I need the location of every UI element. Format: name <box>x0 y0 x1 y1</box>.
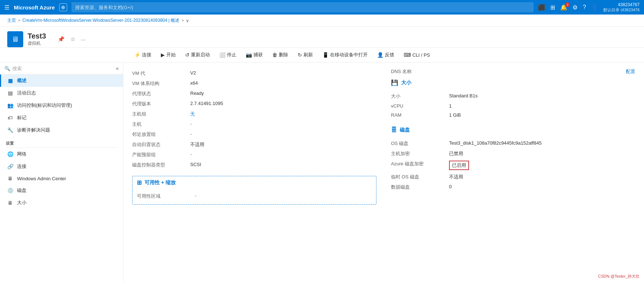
sidebar: 🔍 « ▦ 概述 ▤ 活动日志 👥 访问控制(标识和访问管理) 🏷 标记 🔧 诊… <box>0 63 123 282</box>
table-row: 临时 OS 磁盘不适用 <box>391 172 635 182</box>
resource-actions: 📌 ☆ ··· <box>58 36 86 43</box>
directory-icon[interactable]: ⊞ <box>550 4 555 11</box>
disk-title: 磁盘 <box>400 127 410 133</box>
availability-icon: ⊞ <box>137 179 142 186</box>
availability-table: 可用性区域- <box>137 191 372 201</box>
right-column: DNS 名称 配置 💾 大小 大小Standard B1svCPU1RAM1 G… <box>391 68 635 205</box>
content-grid: VM 代V2VM 体系结构x64代理状态Ready代理版本2.7.41491.1… <box>132 68 635 205</box>
row-value: SCSI <box>190 162 201 167</box>
notification-icon[interactable]: 🔔 2 <box>560 4 567 11</box>
disk-section: 🗄 磁盘 OS 磁盘Test3_disk1_108a70f82c9445fc9a… <box>391 127 635 192</box>
sidebar-item-connect[interactable]: 🔗 连接 <box>0 160 123 173</box>
delete-button[interactable]: 🗑 删除 <box>269 50 292 60</box>
azure-disk-encryption-value: 已启用 <box>449 161 469 170</box>
start-icon: ▶ <box>161 52 165 58</box>
search-icon: 🔍 <box>4 66 10 71</box>
breadcrumb-middle[interactable]: CreateVm-MicrosoftWindowsServer.WindowsS… <box>23 17 180 24</box>
connect-settings-icon: 🔗 <box>7 164 13 169</box>
row-link[interactable]: 无 <box>190 111 195 117</box>
global-search-input[interactable] <box>72 2 534 12</box>
disk-settings-icon: 💿 <box>7 188 13 193</box>
restart-icon: ↺ <box>185 52 189 58</box>
sidebar-collapse-icon[interactable]: « <box>116 65 119 71</box>
content-area: VM 代V2VM 体系结构x64代理状态Ready代理版本2.7.41491.1… <box>123 63 644 282</box>
sidebar-search-input[interactable] <box>12 66 114 71</box>
size-header: 💾 大小 <box>391 79 635 88</box>
breadcrumb-chevron: ∨ <box>186 18 189 23</box>
portal-icon[interactable]: ⊕ <box>59 3 67 11</box>
open-mobile-button[interactable]: 📱 在移动设备中打开 <box>319 50 371 60</box>
more-icon[interactable]: ··· <box>81 36 86 43</box>
help-icon[interactable]: ? <box>583 4 586 11</box>
account-info[interactable]: 438234767 默认目录 (43823476 <box>603 2 640 13</box>
breadcrumb: 主页 > CreateVm-MicrosoftWindowsServer.Win… <box>0 15 644 27</box>
row-label: Azure 磁盘加密 <box>391 159 449 172</box>
pin-icon[interactable]: 📌 <box>58 36 65 43</box>
activity-log-icon: ▤ <box>7 90 13 96</box>
table-row: 磁盘控制器类型SCSI <box>132 160 376 170</box>
sidebar-item-activity-log[interactable]: ▤ 活动日志 <box>0 87 123 99</box>
nav-icons: ⬛ ⊞ 🔔 2 ⚙ ? 👤 438234767 默认目录 (43823476 <box>538 2 640 13</box>
table-row: OS 磁盘Test3_disk1_108a70f82c9445fc9a152af… <box>391 138 635 149</box>
feedback-label: 反馈 <box>385 52 394 58</box>
resource-icon: 🖥 <box>7 31 23 47</box>
row-label: 代理状态 <box>132 89 190 99</box>
sidebar-access-label: 访问控制(标识和访问管理) <box>17 102 72 109</box>
tags-icon: 🏷 <box>7 115 13 121</box>
sidebar-activity-label: 活动日志 <box>17 90 36 96</box>
sidebar-item-windows-admin-center[interactable]: 🖥 Windows Admin Center <box>0 173 123 184</box>
size-settings-icon: 🖥 <box>7 200 13 206</box>
row-label: RAM <box>391 110 449 120</box>
row-value: 已禁用 <box>449 151 463 156</box>
access-control-icon: 👥 <box>7 102 13 108</box>
open-mobile-label: 在移动设备中打开 <box>330 52 368 58</box>
table-row: 数据磁盘0 <box>391 182 635 192</box>
resource-title-block: Test3 虚拟机 <box>28 32 46 47</box>
disk-table: OS 磁盘Test3_disk1_108a70f82c9445fc9a152af… <box>391 138 635 192</box>
table-row: 主机组无 <box>132 109 376 119</box>
dns-configure-link[interactable]: 配置 <box>626 68 635 75</box>
availability-header: ⊞ 可用性 + 缩放 <box>137 179 372 188</box>
disk-header: 🗄 磁盘 <box>391 127 635 135</box>
sidebar-connect-label: 连接 <box>17 163 27 170</box>
wac-icon: 🖥 <box>7 176 13 181</box>
row-value: 0 <box>449 184 452 189</box>
cli-icon: ⌨ <box>404 52 411 58</box>
brand-name: Microsoft Azure <box>14 4 55 11</box>
hamburger-menu[interactable]: ☰ <box>4 4 9 11</box>
start-button[interactable]: ▶ 开始 <box>157 50 179 60</box>
sidebar-item-diagnose[interactable]: 🔧 诊断并解决问题 <box>0 124 123 136</box>
sidebar-item-disk[interactable]: 💿 磁盘 <box>0 184 123 197</box>
feedback-button[interactable]: 👤 反馈 <box>374 50 398 60</box>
cloud-shell-icon[interactable]: ⬛ <box>538 4 545 11</box>
restart-button[interactable]: ↺ 重新启动 <box>182 50 213 60</box>
feedback-icon: 👤 <box>377 52 383 58</box>
breadcrumb-home[interactable]: 主页 <box>7 17 16 24</box>
main-layout: 🔍 « ▦ 概述 ▤ 活动日志 👥 访问控制(标识和访问管理) 🏷 标记 🔧 诊… <box>0 63 644 282</box>
row-label: VM 体系结构 <box>132 78 190 89</box>
connect-button[interactable]: ⚡ 连接 <box>131 50 155 60</box>
row-label: OS 磁盘 <box>391 138 449 149</box>
sidebar-diagnose-label: 诊断并解决问题 <box>17 127 50 133</box>
row-value: 1 GiB <box>449 112 461 118</box>
sidebar-item-size[interactable]: 🖥 大小 <box>0 197 123 209</box>
row-label: 主机 <box>132 119 190 129</box>
sidebar-item-network[interactable]: 🌐 网络 <box>0 148 123 160</box>
settings-icon[interactable]: ⚙ <box>572 4 578 11</box>
row-value: x64 <box>190 80 198 86</box>
user-icon[interactable]: 👤 <box>591 4 598 11</box>
star-icon[interactable]: ☆ <box>70 36 75 43</box>
row-value: Test3_disk1_108a70f82c9445fc9a152aff845 <box>449 140 542 146</box>
sidebar-item-tags[interactable]: 🏷 标记 <box>0 112 123 124</box>
sidebar-item-access-control[interactable]: 👥 访问控制(标识和访问管理) <box>0 99 123 112</box>
cli-ps-button[interactable]: ⌨ CLI / PS <box>400 50 433 60</box>
sidebar-item-overview[interactable]: ▦ 概述 <box>0 74 123 87</box>
refresh-button[interactable]: ↻ 刷新 <box>294 50 317 60</box>
row-label: VM 代 <box>132 68 190 78</box>
disk-icon: 🗄 <box>391 127 397 133</box>
capture-button[interactable]: 📷 捕获 <box>242 50 266 60</box>
vm-properties-table: VM 代V2VM 体系结构x64代理状态Ready代理版本2.7.41491.1… <box>132 68 376 170</box>
row-value: 1 <box>449 103 452 109</box>
sidebar-size-label: 大小 <box>17 200 27 206</box>
stop-button[interactable]: ⬜ 停止 <box>216 50 240 60</box>
